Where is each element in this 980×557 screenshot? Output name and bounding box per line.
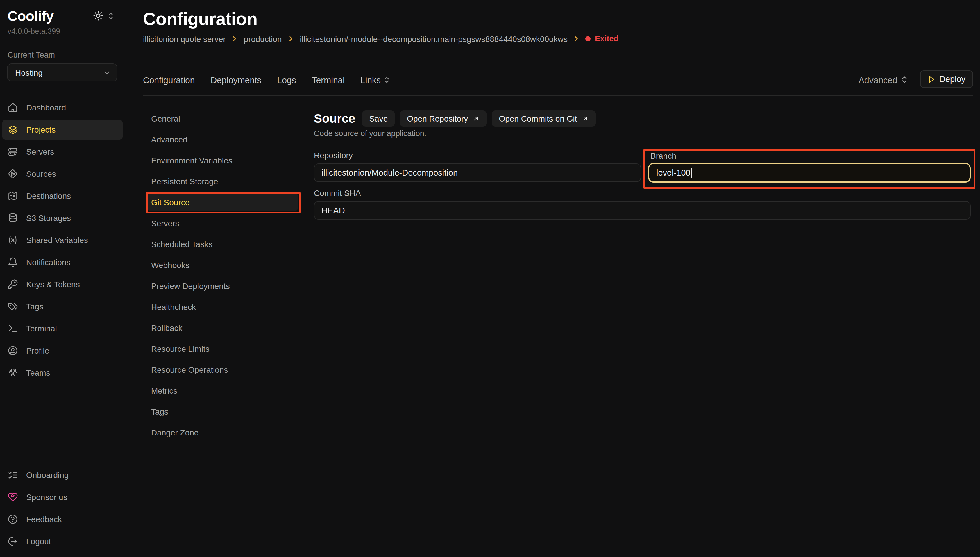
sidebar-item-s3-storages[interactable]: S3 Storages xyxy=(0,207,127,229)
server-icon xyxy=(8,147,18,157)
text-cursor xyxy=(691,168,692,178)
sidebar-item-profile[interactable]: Profile xyxy=(0,340,127,362)
deploy-button[interactable]: Deploy xyxy=(920,70,973,88)
tabs-divider xyxy=(143,95,973,96)
chevron-right-icon xyxy=(287,35,295,42)
config-menu-webhooks[interactable]: Webhooks xyxy=(143,255,300,275)
sidebar-item-terminal[interactable]: Terminal xyxy=(0,318,127,340)
team-selector[interactable]: Hosting xyxy=(7,64,117,81)
open-commits-button[interactable]: Open Commits on Git xyxy=(492,111,595,127)
branch-label: Branch xyxy=(650,151,676,160)
sidebar-item-teams[interactable]: Teams xyxy=(0,362,127,384)
users-icon xyxy=(8,368,18,378)
sidebar-item-servers[interactable]: Servers xyxy=(0,141,127,163)
tags-icon xyxy=(8,301,18,312)
config-menu-healthcheck[interactable]: Healthcheck xyxy=(143,296,300,318)
source-header-row: Source Save Open Repository Open Commits… xyxy=(314,111,596,127)
user-circle-icon xyxy=(8,345,18,356)
sidebar-item-notifications[interactable]: Notifications xyxy=(0,251,127,273)
tab-logs[interactable]: Logs xyxy=(277,75,296,85)
branch-input-value: level-100 xyxy=(656,168,691,178)
breadcrumb-project[interactable]: illicitonion quote server xyxy=(143,34,226,43)
source-section-description: Code source of your application. xyxy=(314,129,426,138)
sidebar-item-keys-tokens[interactable]: Keys & Tokens xyxy=(0,273,127,295)
advanced-menu[interactable]: Advanced xyxy=(858,74,908,85)
sidebar-item-destinations[interactable]: Destinations xyxy=(0,185,127,207)
sidebar-nav: Dashboard Projects Servers Sources Desti… xyxy=(0,96,127,384)
chevron-right-icon xyxy=(573,35,580,42)
external-link-icon xyxy=(582,115,589,122)
play-icon xyxy=(928,75,935,83)
repository-input[interactable] xyxy=(314,163,641,182)
git-source-icon xyxy=(8,169,18,179)
sidebar-item-logout[interactable]: Logout xyxy=(0,530,127,552)
map-icon xyxy=(8,191,18,201)
sidebar-footer-nav: Onboarding Sponsor us Feedback Logout xyxy=(0,464,127,552)
app-version: v4.0.0-beta.399 xyxy=(8,27,60,36)
config-menu-general[interactable]: General xyxy=(143,108,300,129)
tab-terminal[interactable]: Terminal xyxy=(312,75,345,85)
branch-input[interactable]: level-100 xyxy=(648,163,971,182)
tab-links[interactable]: Links xyxy=(361,75,391,85)
config-menu-danger-zone[interactable]: Danger Zone xyxy=(143,422,300,443)
config-menu-scheduled-tasks[interactable]: Scheduled Tasks xyxy=(143,234,300,255)
resource-tabs: Configuration Deployments Logs Terminal … xyxy=(143,74,391,85)
theme-toggle-sun-icon[interactable] xyxy=(93,10,104,21)
status-badge: Exited xyxy=(586,34,618,43)
open-repository-button[interactable]: Open Repository xyxy=(400,111,486,127)
config-menu-git-source[interactable]: Git Source xyxy=(143,192,300,213)
tab-deployments[interactable]: Deployments xyxy=(210,75,261,85)
team-selector-value: Hosting xyxy=(15,68,103,77)
sidebar-item-feedback[interactable]: Feedback xyxy=(0,508,127,530)
key-icon xyxy=(8,279,18,290)
database-icon xyxy=(8,213,18,223)
status-text: Exited xyxy=(595,34,618,43)
layers-icon xyxy=(8,124,18,135)
config-menu-servers[interactable]: Servers xyxy=(143,213,300,234)
config-menu-resource-limits[interactable]: Resource Limits xyxy=(143,339,300,359)
config-menu-environment-variables[interactable]: Environment Variables xyxy=(143,150,300,171)
list-checks-icon xyxy=(8,470,18,480)
commit-sha-label: Commit SHA xyxy=(314,188,361,198)
page-title: Configuration xyxy=(143,9,257,30)
config-menu-resource-operations[interactable]: Resource Operations xyxy=(143,359,300,380)
config-menu-persistent-storage[interactable]: Persistent Storage xyxy=(143,171,300,192)
sidebar-item-sources[interactable]: Sources xyxy=(0,163,127,185)
source-section-title: Source xyxy=(314,112,355,125)
sidebar-item-onboarding[interactable]: Onboarding xyxy=(0,464,127,486)
chevrons-up-down-icon[interactable] xyxy=(106,11,115,20)
sidebar-item-dashboard[interactable]: Dashboard xyxy=(0,96,127,119)
chevrons-up-down-icon xyxy=(383,76,391,83)
save-button[interactable]: Save xyxy=(362,111,395,127)
commit-sha-input[interactable] xyxy=(314,201,971,220)
chevrons-up-down-icon xyxy=(900,76,908,84)
sidebar-item-tags[interactable]: Tags xyxy=(0,295,127,318)
chevron-down-icon xyxy=(103,68,111,77)
coolify-app: Coolify v4.0.0-beta.399 Current Team Hos… xyxy=(0,0,980,557)
sidebar: Coolify v4.0.0-beta.399 Current Team Hos… xyxy=(0,0,127,557)
status-dot-icon xyxy=(586,36,591,41)
config-menu-advanced[interactable]: Advanced xyxy=(143,129,300,150)
config-menu: General Advanced Environment Variables P… xyxy=(143,108,300,443)
sidebar-item-sponsor-us[interactable]: Sponsor us xyxy=(0,486,127,508)
app-logo[interactable]: Coolify xyxy=(8,8,54,24)
config-menu-rollback[interactable]: Rollback xyxy=(143,318,300,339)
repository-label: Repository xyxy=(314,151,353,160)
chevron-right-icon xyxy=(231,35,239,42)
logout-icon xyxy=(8,536,18,547)
breadcrumb-resource[interactable]: illicitestonion/-module--decomposition:m… xyxy=(300,34,567,43)
breadcrumb: illicitonion quote server production ill… xyxy=(143,34,618,44)
external-link-icon xyxy=(473,115,479,122)
config-menu-tags[interactable]: Tags xyxy=(143,401,300,422)
breadcrumb-environment[interactable]: production xyxy=(244,34,282,43)
bell-icon xyxy=(8,257,18,267)
config-menu-preview-deployments[interactable]: Preview Deployments xyxy=(143,275,300,296)
heart-hands-icon xyxy=(8,492,18,502)
sidebar-item-projects[interactable]: Projects xyxy=(0,119,127,141)
tab-configuration[interactable]: Configuration xyxy=(143,75,195,85)
config-menu-metrics[interactable]: Metrics xyxy=(143,380,300,401)
variables-icon xyxy=(8,235,18,245)
sidebar-item-shared-variables[interactable]: Shared Variables xyxy=(0,229,127,251)
terminal-icon xyxy=(8,323,18,334)
help-circle-icon xyxy=(8,514,18,524)
